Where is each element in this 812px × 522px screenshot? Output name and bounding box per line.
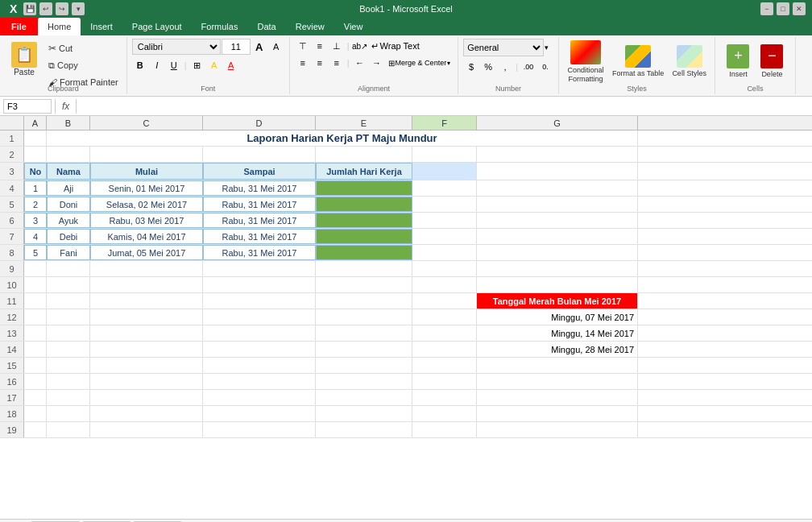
col-header-b[interactable]: B xyxy=(47,116,90,130)
cell-a14[interactable] xyxy=(24,342,47,357)
cell-b10[interactable] xyxy=(47,277,90,292)
cell-b11[interactable] xyxy=(47,293,90,309)
tab-file[interactable]: File xyxy=(0,18,38,35)
cell-f7[interactable] xyxy=(412,229,477,244)
cell-a7[interactable]: 4 xyxy=(24,229,47,244)
cell-e11[interactable] xyxy=(316,293,412,309)
cell-a16[interactable] xyxy=(24,374,47,389)
cell-f3[interactable] xyxy=(412,163,477,180)
cell-b5[interactable]: Doni xyxy=(47,197,90,212)
cell-d14[interactable] xyxy=(203,342,316,357)
cell-f15[interactable] xyxy=(412,358,477,373)
cell-f5[interactable] xyxy=(412,197,477,212)
cell-g13[interactable]: Minggu, 14 Mei 2017 xyxy=(477,325,638,341)
italic-btn[interactable]: I xyxy=(149,57,165,73)
indent-increase-btn[interactable]: → xyxy=(369,56,385,70)
cell-e15[interactable] xyxy=(316,358,412,373)
copy-button[interactable]: ⧉ Copy xyxy=(45,57,122,73)
close-btn[interactable]: ✕ xyxy=(793,2,806,15)
cell-b4[interactable]: Aji xyxy=(47,180,90,196)
merge-center-btn[interactable]: ⊞ Merge & Center ▾ xyxy=(386,58,454,68)
cell-f10[interactable] xyxy=(412,277,477,292)
cell-g10[interactable] xyxy=(477,277,638,292)
cell-c7[interactable]: Kamis, 04 Mei 2017 xyxy=(90,229,203,244)
cell-f13[interactable] xyxy=(412,325,477,341)
cell-c8[interactable]: Jumat, 05 Mei 2017 xyxy=(90,245,203,260)
decimal-increase-btn[interactable]: .00 xyxy=(520,59,536,75)
cell-c6[interactable]: Rabu, 03 Mei 2017 xyxy=(90,213,203,228)
cell-g2[interactable] xyxy=(477,147,638,162)
cell-e5[interactable] xyxy=(316,197,412,212)
align-center-btn[interactable]: ≡ xyxy=(312,56,328,70)
cell-c15[interactable] xyxy=(90,358,203,373)
font-size-decrease-btn[interactable]: A xyxy=(268,39,284,55)
cell-e12[interactable] xyxy=(316,309,412,325)
dropdown-icon[interactable]: ▾ xyxy=(72,2,85,15)
cell-b12[interactable] xyxy=(47,309,90,325)
cell-a2[interactable] xyxy=(24,147,47,162)
col-header-c[interactable]: C xyxy=(90,116,203,130)
cell-f14[interactable] xyxy=(412,342,477,357)
cell-g8[interactable] xyxy=(477,245,638,260)
cell-a8[interactable]: 5 xyxy=(24,245,47,260)
cell-g4[interactable] xyxy=(477,180,638,196)
cell-b3[interactable]: Nama xyxy=(47,163,90,180)
cut-button[interactable]: ✂ Cut xyxy=(45,40,122,56)
cell-d4[interactable]: Rabu, 31 Mei 2017 xyxy=(203,180,316,196)
cell-a13[interactable] xyxy=(24,325,47,341)
cell-c9[interactable] xyxy=(90,261,203,276)
cell-g15[interactable] xyxy=(477,358,638,373)
cell-e3[interactable]: Jumlah Hari Kerja xyxy=(316,163,412,180)
cell-c12[interactable] xyxy=(90,309,203,325)
tab-home[interactable]: Home xyxy=(38,18,81,35)
cell-e6[interactable] xyxy=(316,213,412,228)
cell-b15[interactable] xyxy=(47,358,90,373)
cell-e10[interactable] xyxy=(316,277,412,292)
cell-d11[interactable] xyxy=(203,293,316,309)
cell-e8[interactable] xyxy=(316,245,412,260)
borders-btn[interactable]: ⊞ xyxy=(189,57,205,73)
cell-d13[interactable] xyxy=(203,325,316,341)
tab-data[interactable]: Data xyxy=(247,18,285,35)
cell-f6[interactable] xyxy=(412,213,477,228)
format-as-table-btn[interactable]: Format as Table xyxy=(609,44,667,80)
number-format-select[interactable]: General xyxy=(463,39,544,56)
cell-d15[interactable] xyxy=(203,358,316,373)
formula-input[interactable] xyxy=(80,99,809,114)
cell-d8[interactable]: Rabu, 31 Mei 2017 xyxy=(203,245,316,260)
cell-c13[interactable] xyxy=(90,325,203,341)
cell-f2[interactable] xyxy=(412,147,477,162)
cell-f11[interactable] xyxy=(412,293,477,309)
indent-decrease-btn[interactable]: ← xyxy=(352,56,368,70)
align-top-btn[interactable]: ⊤ xyxy=(295,39,311,53)
paste-button[interactable]: 📋 Paste xyxy=(5,39,44,80)
bold-btn[interactable]: B xyxy=(132,57,148,73)
cell-g6[interactable] xyxy=(477,213,638,228)
percent-btn[interactable]: % xyxy=(480,59,496,75)
align-bottom-btn[interactable]: ⊥ xyxy=(329,39,345,53)
cell-a9[interactable] xyxy=(24,261,47,276)
align-right-btn[interactable]: ≡ xyxy=(329,56,345,70)
cell-a12[interactable] xyxy=(24,309,47,325)
currency-btn[interactable]: $ xyxy=(463,59,479,75)
cell-f4[interactable] xyxy=(412,180,477,196)
cell-f12[interactable] xyxy=(412,309,477,325)
delete-btn[interactable]: − Delete xyxy=(756,43,788,80)
cell-b8[interactable]: Fani xyxy=(47,245,90,260)
cell-g11[interactable]: Tanggal Merah Bulan Mei 2017 xyxy=(477,293,638,309)
font-size-increase-btn[interactable]: A xyxy=(251,39,267,55)
decimal-decrease-btn[interactable]: 0. xyxy=(537,59,553,75)
cell-c5[interactable]: Selasa, 02 Mei 2017 xyxy=(90,197,203,212)
tab-page-layout[interactable]: Page Layout xyxy=(122,18,192,35)
cell-g12[interactable]: Minggu, 07 Mei 2017 xyxy=(477,309,638,325)
cell-b2[interactable] xyxy=(47,147,90,162)
col-header-e[interactable]: E xyxy=(316,116,412,130)
col-header-a[interactable]: A xyxy=(24,116,47,130)
cell-c10[interactable] xyxy=(90,277,203,292)
cell-e7[interactable] xyxy=(316,229,412,244)
comma-btn[interactable]: , xyxy=(497,59,513,75)
cell-e2[interactable] xyxy=(316,147,412,162)
font-color-btn[interactable]: A xyxy=(223,57,239,73)
cell-e14[interactable] xyxy=(316,342,412,357)
cell-c14[interactable] xyxy=(90,342,203,357)
